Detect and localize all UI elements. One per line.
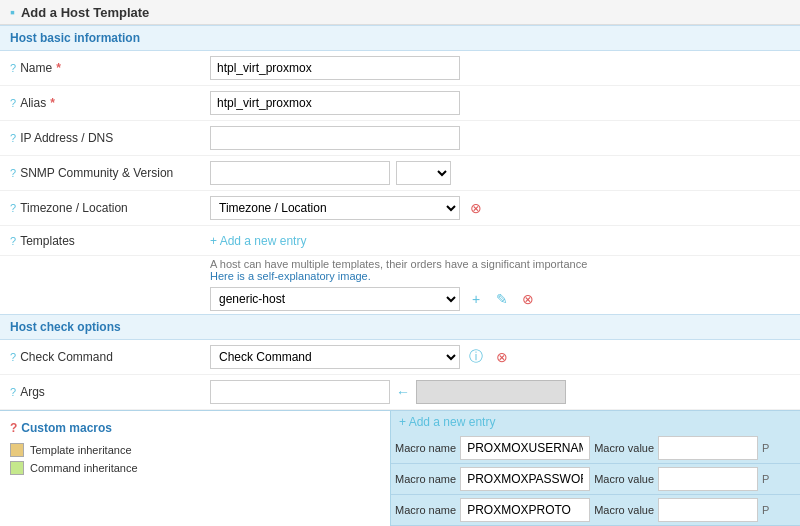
alias-row: ? Alias * xyxy=(0,86,800,121)
legend-template-label: Template inheritance xyxy=(30,444,132,456)
check-command-label: Check Command xyxy=(20,350,113,364)
macro-value-label: Macro value xyxy=(594,504,654,516)
macro-row: Macro name Macro value P xyxy=(391,464,800,495)
snmp-help-icon[interactable]: ? xyxy=(10,167,16,179)
check-command-clear-icon[interactable]: ⊗ xyxy=(492,347,512,367)
macro-name-label: Macro name xyxy=(395,504,456,516)
templates-add-link[interactable]: + Add a new entry xyxy=(210,234,306,248)
macros-section: ? Custom macros Template inheritance Com… xyxy=(0,411,800,526)
macro-value-input[interactable] xyxy=(658,498,758,522)
check-command-input-col: Check Command ⓘ ⊗ xyxy=(210,345,790,369)
timezone-row: ? Timezone / Location Timezone / Locatio… xyxy=(0,191,800,226)
ip-input-col xyxy=(210,126,790,150)
macro-row: Macro name Macro value P xyxy=(391,433,800,464)
args-input[interactable] xyxy=(210,380,390,404)
ip-input[interactable] xyxy=(210,126,460,150)
args-label: Args xyxy=(20,385,45,399)
templates-note-link[interactable]: Here is a self-explanatory image. xyxy=(210,270,371,282)
macro-p-label: P xyxy=(762,442,769,454)
macros-section-wrapper: ? Custom macros Template inheritance Com… xyxy=(0,410,800,526)
snmp-version-select[interactable]: 1 2c 3 xyxy=(396,161,451,185)
name-help-icon[interactable]: ? xyxy=(10,62,16,74)
check-command-info-icon[interactable]: ⓘ xyxy=(466,347,486,367)
name-required: * xyxy=(56,61,61,75)
timezone-select[interactable]: Timezone / Location xyxy=(210,196,460,220)
macro-value-label: Macro value xyxy=(594,442,654,454)
template-edit-icon[interactable]: ✎ xyxy=(492,289,512,309)
check-form: ? Check Command Check Command ⓘ ⊗ ? Args… xyxy=(0,340,800,410)
ip-label: IP Address / DNS xyxy=(20,131,113,145)
name-label: Name xyxy=(20,61,52,75)
template-remove-icon[interactable]: ⊗ xyxy=(518,289,538,309)
legend-command-label: Command inheritance xyxy=(30,462,138,474)
snmp-label: SNMP Community & Version xyxy=(20,166,173,180)
template-select-row: generic-host + ✎ ⊗ xyxy=(0,284,800,314)
templates-add-col: + Add a new entry xyxy=(210,234,790,248)
page-header: ▪ Add a Host Template xyxy=(0,0,800,25)
legend-template: Template inheritance xyxy=(10,443,380,457)
check-command-select[interactable]: Check Command xyxy=(210,345,460,369)
legend-command: Command inheritance xyxy=(10,461,380,475)
alias-required: * xyxy=(50,96,55,110)
page-container: ▪ Add a Host Template Host basic informa… xyxy=(0,0,800,526)
templates-note-text: A host can have multiple templates, thei… xyxy=(210,258,587,270)
snmp-input-col: 1 2c 3 xyxy=(210,161,790,185)
legend-command-color xyxy=(10,461,24,475)
alias-help-icon[interactable]: ? xyxy=(10,97,16,109)
args-label-col: ? Args xyxy=(10,385,210,399)
check-command-help-icon[interactable]: ? xyxy=(10,351,16,363)
macro-row: Macro name Macro value P xyxy=(391,495,800,526)
timezone-label: Timezone / Location xyxy=(20,201,128,215)
custom-macros-help-icon[interactable]: ? xyxy=(10,421,17,435)
check-command-row: ? Check Command Check Command ⓘ ⊗ xyxy=(0,340,800,375)
macro-value-input[interactable] xyxy=(658,467,758,491)
args-extra-box xyxy=(416,380,566,404)
check-command-label-col: ? Check Command xyxy=(10,350,210,364)
templates-label: Templates xyxy=(20,234,75,248)
args-arrow-icon[interactable]: ← xyxy=(396,384,410,400)
name-row: ? Name * xyxy=(0,51,800,86)
macro-value-input[interactable] xyxy=(658,436,758,460)
ip-row: ? IP Address / DNS xyxy=(0,121,800,156)
timezone-label-col: ? Timezone / Location xyxy=(10,201,210,215)
macro-name-input[interactable] xyxy=(460,498,590,522)
page-title: Add a Host Template xyxy=(21,5,149,20)
macro-value-label: Macro value xyxy=(594,473,654,485)
page-header-icon: ▪ xyxy=(10,4,15,20)
section-check: Host check options xyxy=(0,314,800,340)
timezone-input-col: Timezone / Location ⊗ xyxy=(210,196,790,220)
macros-right: + Add a new entry Macro name Macro value… xyxy=(390,411,800,526)
args-help-icon[interactable]: ? xyxy=(10,386,16,398)
args-input-col: ← xyxy=(210,380,790,404)
macro-name-input[interactable] xyxy=(460,436,590,460)
alias-label-col: ? Alias * xyxy=(10,96,210,110)
template-add-icon[interactable]: + xyxy=(466,289,486,309)
timezone-clear-icon[interactable]: ⊗ xyxy=(466,198,486,218)
macros-add-link[interactable]: + Add a new entry xyxy=(399,415,495,429)
macros-left: ? Custom macros Template inheritance Com… xyxy=(0,411,390,526)
snmp-community-input[interactable] xyxy=(210,161,390,185)
template-select[interactable]: generic-host xyxy=(210,287,460,311)
snmp-label-col: ? SNMP Community & Version xyxy=(10,166,210,180)
macro-name-label: Macro name xyxy=(395,442,456,454)
ip-help-icon[interactable]: ? xyxy=(10,132,16,144)
timezone-help-icon[interactable]: ? xyxy=(10,202,16,214)
alias-input-col xyxy=(210,91,790,115)
macro-rows-container: Macro name Macro value P Macro name Macr… xyxy=(391,433,800,526)
snmp-row: ? SNMP Community & Version 1 2c 3 xyxy=(0,156,800,191)
legend-template-color xyxy=(10,443,24,457)
section-basic: Host basic information xyxy=(0,25,800,51)
alias-input[interactable] xyxy=(210,91,460,115)
templates-label-col: ? Templates xyxy=(10,234,210,248)
args-row: ? Args ← xyxy=(0,375,800,410)
basic-form: ? Name * ? Alias * ? IP Address / DNS xyxy=(0,51,800,314)
templates-help-icon[interactable]: ? xyxy=(10,235,16,247)
templates-row: ? Templates + Add a new entry xyxy=(0,226,800,256)
ip-label-col: ? IP Address / DNS xyxy=(10,131,210,145)
macro-name-input[interactable] xyxy=(460,467,590,491)
templates-note: A host can have multiple templates, thei… xyxy=(0,256,800,284)
macro-p-label: P xyxy=(762,473,769,485)
macro-p-label: P xyxy=(762,504,769,516)
alias-label: Alias xyxy=(20,96,46,110)
name-input[interactable] xyxy=(210,56,460,80)
